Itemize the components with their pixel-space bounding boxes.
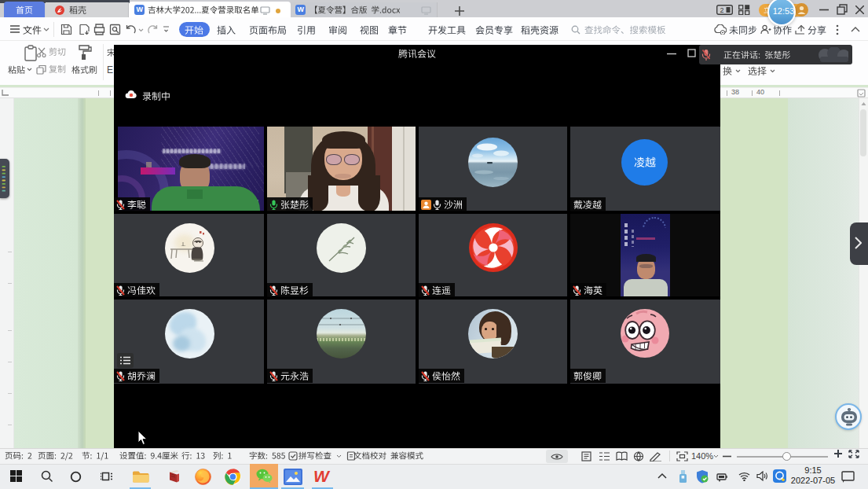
svg-text:2: 2 <box>720 6 723 14</box>
